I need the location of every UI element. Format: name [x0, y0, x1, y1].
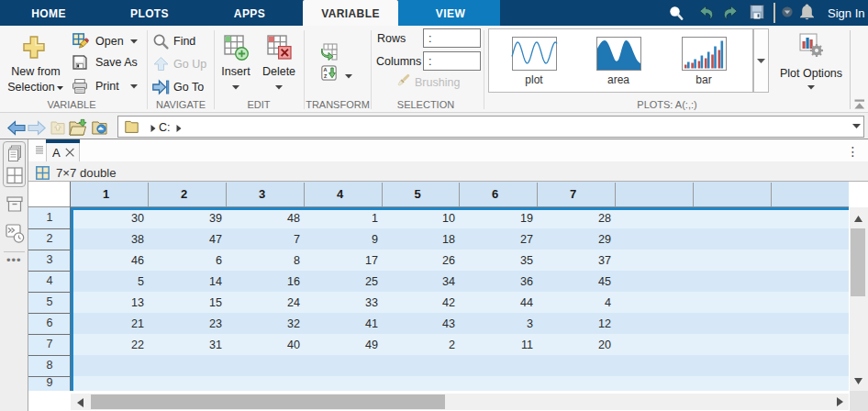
- svg-text:A: A: [324, 67, 328, 72]
